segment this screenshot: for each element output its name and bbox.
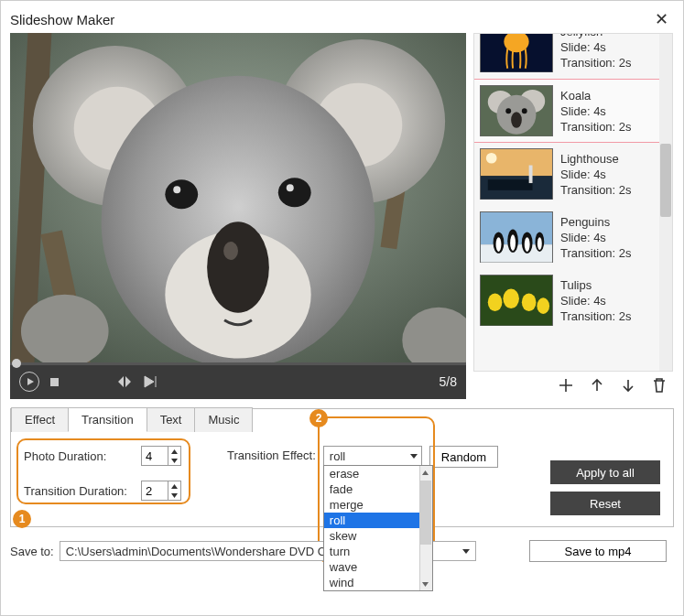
save-to-label: Save to: (10, 545, 54, 558)
photo-duration-label: Photo Duration: (24, 449, 134, 463)
svg-point-31 (486, 153, 497, 164)
stop-button[interactable] (50, 378, 59, 386)
svg-point-24 (511, 112, 522, 128)
list-item[interactable]: Lighthouse Slide: 4s Transition: 2s (474, 143, 672, 206)
add-icon[interactable] (558, 377, 574, 394)
svg-point-25 (505, 108, 511, 113)
svg-point-41 (537, 237, 542, 250)
slide-name: Jellyfish (560, 33, 632, 38)
durations-group: Photo Duration: Transition Duration: (24, 446, 181, 501)
dropdown-option[interactable]: merge (324, 497, 432, 513)
svg-point-12 (165, 179, 198, 209)
tabs-area: Effect Transition Text Music Photo Durat… (10, 408, 674, 527)
photo-duration-row: Photo Duration: (24, 446, 181, 466)
dropdown-scrollbar-thumb[interactable] (420, 481, 431, 545)
slide-thumb (480, 148, 553, 200)
effect-group: Transition Effect: roll erasefademergero… (227, 446, 498, 468)
svg-point-46 (537, 297, 549, 314)
photo-duration-stepper[interactable] (141, 446, 181, 466)
delete-icon[interactable] (651, 377, 668, 394)
titlebar: Slideshow Maker ✕ (10, 5, 674, 33)
svg-point-14 (173, 186, 180, 193)
svg-point-45 (522, 293, 537, 310)
chevron-down-icon (410, 454, 418, 459)
slide-thumb (480, 33, 553, 72)
slide-duration: Slide: 4s (560, 231, 632, 244)
flip-vertical-icon[interactable] (143, 374, 157, 389)
slide-counter: 5/8 (440, 374, 457, 389)
reset-button[interactable]: Reset (550, 492, 660, 515)
scroll-up-icon[interactable] (419, 466, 432, 479)
dropdown-option[interactable]: erase (324, 466, 432, 481)
svg-point-39 (510, 234, 516, 251)
dropdown-option[interactable]: wind (324, 575, 432, 590)
spinner-down-icon[interactable] (168, 491, 180, 500)
slide-transition: Transition: 2s (560, 246, 632, 260)
tab-text[interactable]: Text (147, 407, 196, 432)
svg-point-38 (496, 237, 502, 252)
photo-duration-input[interactable] (142, 447, 168, 465)
tab-transition[interactable]: Transition (68, 407, 147, 432)
slide-name: Lighthouse (560, 152, 632, 166)
slide-duration: Slide: 4s (560, 168, 632, 181)
dropdown-option[interactable]: wave (324, 559, 432, 575)
apply-to-all-button[interactable]: Apply to all (550, 460, 660, 484)
list-item[interactable]: Jellyfish Slide: 4s Transition: 2s (474, 33, 672, 79)
list-item[interactable]: Penguins Slide: 4s Transition: 2s (474, 206, 672, 269)
dropdown-option[interactable]: skew (324, 528, 432, 544)
move-down-icon[interactable] (620, 377, 636, 394)
transition-duration-input[interactable] (142, 481, 168, 500)
spinner-up-icon[interactable] (168, 481, 180, 491)
tab-music[interactable]: Music (194, 407, 253, 432)
main-row: 5/8 Jellyfish Slide: 4s Transition: 2s K… (10, 33, 674, 399)
svg-rect-30 (529, 166, 533, 183)
slide-meta: Jellyfish Slide: 4s Transition: 2s (560, 33, 632, 72)
save-to-mp4-button[interactable]: Save to mp4 (529, 540, 667, 562)
progress-thumb[interactable] (12, 359, 21, 368)
dropdown-option[interactable]: roll (324, 513, 432, 528)
progress-track[interactable] (10, 362, 466, 365)
slide-thumb (480, 275, 553, 326)
play-button[interactable] (19, 372, 39, 392)
random-button[interactable]: Random (429, 446, 498, 468)
transition-effect-label: Transition Effect: (227, 446, 316, 462)
slide-meta: Tulips Slide: 4s Transition: 2s (560, 275, 632, 326)
slide-list[interactable]: Jellyfish Slide: 4s Transition: 2s Koala… (473, 33, 673, 372)
svg-point-26 (522, 108, 527, 113)
spinner-up-icon[interactable] (168, 447, 180, 456)
spinner-arrows (168, 447, 180, 465)
slides-container: Jellyfish Slide: 4s Transition: 2s Koala… (474, 33, 672, 332)
save-path-value: C:\Users\admin\Documents\Wondershare DVD… (66, 545, 357, 558)
flip-horizontal-icon[interactable] (117, 374, 132, 389)
list-item[interactable]: Koala Slide: 4s Transition: 2s (474, 79, 672, 143)
transition-effect-select[interactable]: roll erasefademergerollskewturnwavewind (323, 446, 422, 466)
slide-duration: Slide: 4s (560, 40, 632, 54)
transition-duration-stepper[interactable] (141, 481, 181, 501)
select-display[interactable]: roll (323, 446, 422, 466)
svg-rect-29 (488, 179, 533, 190)
scroll-down-icon[interactable] (419, 578, 432, 590)
dropdown-option[interactable]: turn (324, 544, 432, 559)
scrollbar-thumb[interactable] (660, 144, 671, 217)
slide-transition: Transition: 2s (560, 309, 632, 323)
select-value: roll (330, 449, 345, 463)
slide-transition: Transition: 2s (560, 120, 632, 134)
transition-duration-label: Transition Duration: (24, 484, 134, 498)
spinner-down-icon[interactable] (168, 456, 180, 465)
dropdown-option[interactable]: fade (324, 481, 432, 497)
slide-meta: Penguins Slide: 4s Transition: 2s (560, 211, 632, 263)
move-up-icon[interactable] (589, 377, 605, 394)
dropdown-scrollbar[interactable] (419, 466, 432, 590)
callout-number-1: 1 (13, 510, 31, 528)
dropdown-list[interactable]: erasefademergerollskewturnwavewind (323, 465, 433, 591)
svg-point-10 (207, 222, 269, 313)
player-bar: 5/8 (10, 365, 466, 399)
scrollbar[interactable] (659, 34, 672, 371)
transition-duration-row: Transition Duration: (24, 481, 181, 501)
window-title: Slideshow Maker (10, 12, 114, 27)
slide-name: Tulips (560, 278, 632, 292)
close-icon[interactable]: ✕ (649, 9, 674, 29)
list-item[interactable]: Tulips Slide: 4s Transition: 2s (474, 269, 672, 332)
save-path-input[interactable]: C:\Users\admin\Documents\Wondershare DVD… (60, 541, 362, 561)
tab-effect[interactable]: Effect (11, 407, 69, 432)
